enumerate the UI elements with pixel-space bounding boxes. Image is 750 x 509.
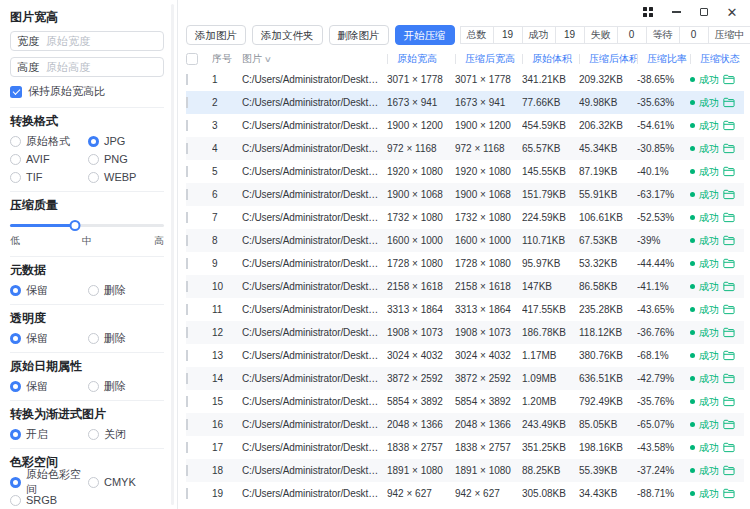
radio-option[interactable]: TIF bbox=[10, 171, 88, 183]
radio-option[interactable]: 删除 bbox=[88, 380, 164, 392]
select-all-checkbox[interactable] bbox=[186, 53, 198, 65]
keep-ratio-checkbox[interactable]: 保持原始宽高比 bbox=[10, 84, 164, 99]
close-button[interactable]: ✕ bbox=[718, 1, 746, 23]
table-row[interactable]: 7C:/Users/Administrator/Desktop/Ashampo.… bbox=[186, 206, 744, 229]
radio-icon[interactable] bbox=[88, 172, 99, 183]
slider-handle[interactable] bbox=[69, 220, 80, 231]
row-checkbox[interactable] bbox=[186, 212, 188, 223]
radio-icon[interactable] bbox=[88, 429, 99, 440]
table-row[interactable]: 5C:/Users/Administrator/Desktop/Ashampo.… bbox=[186, 160, 744, 183]
radio-option[interactable]: 开启 bbox=[10, 428, 88, 440]
open-folder-icon[interactable] bbox=[723, 465, 735, 476]
header-orig-dims[interactable]: 原始宽高 bbox=[387, 52, 455, 66]
radio-option[interactable]: 删除 bbox=[88, 332, 164, 344]
radio-option[interactable]: CMYK bbox=[88, 476, 164, 488]
open-folder-icon[interactable] bbox=[723, 258, 735, 269]
row-checkbox[interactable] bbox=[186, 235, 188, 246]
radio-icon[interactable] bbox=[10, 333, 21, 344]
start-compress-button[interactable]: 开始压缩 bbox=[395, 25, 455, 45]
header-comp-dims[interactable]: 压缩后宽高 bbox=[455, 52, 522, 66]
open-folder-icon[interactable] bbox=[723, 304, 735, 315]
radio-option[interactable]: JPG bbox=[88, 135, 164, 147]
radio-icon[interactable] bbox=[10, 285, 21, 296]
table-row[interactable]: 19C:/Users/Administrator/Desktop/Ashampo… bbox=[186, 482, 744, 505]
radio-option[interactable]: 关闭 bbox=[88, 428, 164, 440]
table-row[interactable]: 4C:/Users/Administrator/Desktop/Ashampo.… bbox=[186, 137, 744, 160]
row-checkbox[interactable] bbox=[186, 143, 188, 154]
radio-option[interactable]: SRGB bbox=[10, 494, 88, 506]
row-checkbox[interactable] bbox=[186, 189, 188, 200]
radio-icon[interactable] bbox=[10, 136, 21, 147]
open-folder-icon[interactable] bbox=[723, 97, 735, 108]
table-row[interactable]: 10C:/Users/Administrator/Desktop/Ashampo… bbox=[186, 275, 744, 298]
height-input[interactable] bbox=[46, 61, 157, 73]
open-folder-icon[interactable] bbox=[723, 74, 735, 85]
apps-grid-button[interactable] bbox=[634, 1, 662, 23]
add-images-button[interactable]: 添加图片 bbox=[186, 25, 246, 45]
open-folder-icon[interactable] bbox=[723, 166, 735, 177]
row-checkbox[interactable] bbox=[186, 258, 188, 269]
maximize-button[interactable] bbox=[690, 1, 718, 23]
open-folder-icon[interactable] bbox=[723, 488, 735, 499]
table-row[interactable]: 2C:/Users/Administrator/Desktop/Ashampo.… bbox=[186, 91, 744, 114]
row-checkbox[interactable] bbox=[186, 465, 188, 476]
open-folder-icon[interactable] bbox=[723, 143, 735, 154]
remove-images-button[interactable]: 删除图片 bbox=[329, 25, 389, 45]
table-row[interactable]: 1C:/Users/Administrator/Desktop/Ashampo.… bbox=[186, 68, 744, 91]
row-checkbox[interactable] bbox=[186, 419, 188, 430]
radio-icon[interactable] bbox=[88, 333, 99, 344]
radio-icon[interactable] bbox=[88, 285, 99, 296]
radio-icon[interactable] bbox=[10, 172, 21, 183]
row-checkbox[interactable] bbox=[186, 327, 188, 338]
row-checkbox[interactable] bbox=[186, 74, 188, 85]
table-row[interactable]: 17C:/Users/Administrator/Desktop/Ashampo… bbox=[186, 436, 744, 459]
open-folder-icon[interactable] bbox=[723, 212, 735, 223]
radio-icon[interactable] bbox=[88, 136, 99, 147]
open-folder-icon[interactable] bbox=[723, 442, 735, 453]
table-row[interactable]: 18C:/Users/Administrator/Desktop/Ashampo… bbox=[186, 459, 744, 482]
quality-slider[interactable] bbox=[10, 219, 164, 231]
table-row[interactable]: 16C:/Users/Administrator/Desktop/Ashampo… bbox=[186, 413, 744, 436]
radio-option[interactable]: WEBP bbox=[88, 171, 164, 183]
radio-option[interactable]: 保留 bbox=[10, 332, 88, 344]
table-row[interactable]: 8C:/Users/Administrator/Desktop/Ashampo.… bbox=[186, 229, 744, 252]
open-folder-icon[interactable] bbox=[723, 235, 735, 246]
header-orig-vol[interactable]: 原始体积 bbox=[522, 52, 579, 66]
row-checkbox[interactable] bbox=[186, 97, 188, 108]
radio-icon[interactable] bbox=[10, 381, 21, 392]
open-folder-icon[interactable] bbox=[723, 120, 735, 131]
header-status[interactable]: 压缩状态 bbox=[690, 52, 744, 66]
open-folder-icon[interactable] bbox=[723, 419, 735, 430]
open-folder-icon[interactable] bbox=[723, 396, 735, 407]
row-checkbox[interactable] bbox=[186, 281, 188, 292]
radio-option[interactable]: 保留 bbox=[10, 284, 88, 296]
row-checkbox[interactable] bbox=[186, 304, 188, 315]
row-checkbox[interactable] bbox=[186, 442, 188, 453]
radio-icon[interactable] bbox=[88, 381, 99, 392]
checkbox-checked-icon[interactable] bbox=[10, 86, 22, 98]
header-ratio[interactable]: 压缩比率 bbox=[637, 52, 690, 66]
add-folder-button[interactable]: 添加文件夹 bbox=[252, 25, 323, 45]
width-input[interactable] bbox=[46, 35, 157, 47]
table-row[interactable]: 15C:/Users/Administrator/Desktop/Ashampo… bbox=[186, 390, 744, 413]
header-image[interactable]: 图片 ∨ bbox=[242, 52, 387, 66]
table-row[interactable]: 14C:/Users/Administrator/Desktop/Ashampo… bbox=[186, 367, 744, 390]
header-comp-vol[interactable]: 压缩后体积 bbox=[579, 52, 637, 66]
row-checkbox[interactable] bbox=[186, 373, 188, 384]
table-row[interactable]: 6C:/Users/Administrator/Desktop/Ashampo.… bbox=[186, 183, 744, 206]
row-checkbox[interactable] bbox=[186, 120, 188, 131]
minimize-button[interactable] bbox=[662, 1, 690, 23]
radio-icon[interactable] bbox=[10, 495, 21, 506]
radio-option[interactable]: AVIF bbox=[10, 153, 88, 165]
table-row[interactable]: 12C:/Users/Administrator/Desktop/Ashampo… bbox=[186, 321, 744, 344]
table-row[interactable]: 11C:/Users/Administrator/Desktop/Ashampo… bbox=[186, 298, 744, 321]
open-folder-icon[interactable] bbox=[723, 327, 735, 338]
radio-icon[interactable] bbox=[10, 429, 21, 440]
table-row[interactable]: 3C:/Users/Administrator/Desktop/Ashampo.… bbox=[186, 114, 744, 137]
radio-option[interactable]: PNG bbox=[88, 153, 164, 165]
open-folder-icon[interactable] bbox=[723, 373, 735, 384]
table-row[interactable]: 13C:/Users/Administrator/Desktop/Ashampo… bbox=[186, 344, 744, 367]
row-checkbox[interactable] bbox=[186, 488, 188, 499]
radio-option[interactable]: 原始格式 bbox=[10, 135, 88, 147]
radio-icon[interactable] bbox=[88, 477, 99, 488]
